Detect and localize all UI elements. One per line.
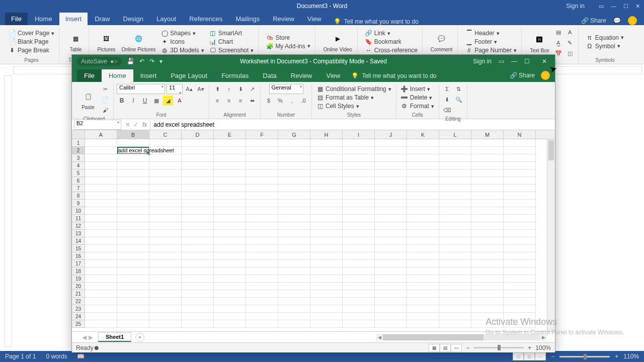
tab-file[interactable]: File — [5, 13, 28, 25]
macro-record-icon[interactable]: ⏺ — [94, 344, 100, 351]
tab-home[interactable]: Home — [102, 69, 133, 82]
new-sheet-button[interactable]: + — [135, 333, 144, 342]
cell[interactable] — [504, 305, 536, 313]
tellme-search[interactable]: 💡Tell me what you want to do — [351, 72, 436, 82]
cell[interactable] — [182, 313, 214, 320]
cell[interactable] — [407, 275, 439, 283]
cell[interactable] — [246, 290, 278, 298]
row-header-14[interactable]: 14 — [72, 237, 85, 245]
cell[interactable] — [375, 290, 407, 298]
cell[interactable] — [343, 283, 375, 290]
cell[interactable] — [278, 298, 310, 305]
cell[interactable] — [278, 207, 310, 215]
cell[interactable] — [182, 192, 214, 200]
border-button[interactable]: ▦ — [151, 96, 162, 106]
row-header-8[interactable]: 8 — [72, 192, 85, 200]
cell[interactable] — [278, 215, 310, 222]
delete-cells-button[interactable]: ➖Delete ▾ — [399, 94, 436, 102]
cell[interactable] — [439, 177, 471, 185]
cell[interactable] — [375, 207, 407, 215]
cell[interactable] — [375, 252, 407, 260]
qat-customize-icon[interactable]: ▾ — [159, 58, 163, 65]
cell[interactable]: add excel spreadsheet — [117, 147, 149, 154]
cell[interactable] — [246, 320, 278, 328]
cell[interactable] — [407, 230, 439, 237]
object-icon[interactable]: ◫ — [565, 48, 575, 58]
cell[interactable] — [117, 275, 149, 283]
cell[interactable] — [214, 267, 246, 275]
cross-reference-button[interactable]: ↔Cross-reference — [364, 46, 419, 54]
tab-draw[interactable]: Draw — [89, 13, 116, 25]
enter-icon[interactable]: ✓ — [133, 121, 138, 128]
cell[interactable] — [214, 290, 246, 298]
cell[interactable] — [214, 275, 246, 283]
cell[interactable] — [246, 139, 278, 147]
word-count[interactable]: 0 words — [46, 353, 67, 360]
cell[interactable] — [214, 245, 246, 252]
cell[interactable] — [182, 283, 214, 290]
cell[interactable] — [182, 154, 214, 162]
feedback-icon[interactable]: ☺ — [628, 16, 637, 25]
zoom-in-icon[interactable]: + — [615, 353, 618, 360]
cell[interactable] — [278, 267, 310, 275]
tab-design[interactable]: Design — [117, 13, 149, 25]
cell[interactable] — [407, 222, 439, 230]
spreadsheet-grid[interactable]: ABCDEFGHIJKLMN 12add excel spreadsheet34… — [72, 130, 555, 331]
cell[interactable] — [182, 275, 214, 283]
cell[interactable] — [182, 215, 214, 222]
zoom-slider[interactable] — [473, 347, 524, 348]
cell[interactable] — [504, 245, 536, 252]
cell[interactable] — [439, 320, 471, 328]
cell[interactable] — [310, 192, 343, 200]
row-header-4[interactable]: 4 — [72, 162, 85, 169]
cell[interactable] — [343, 169, 375, 177]
cell[interactable] — [278, 185, 310, 192]
word-signin[interactable]: Sign in — [566, 3, 585, 10]
comma-icon[interactable]: , — [287, 96, 297, 106]
cell[interactable] — [407, 154, 439, 162]
cell[interactable] — [182, 260, 214, 267]
column-header-D[interactable]: D — [182, 130, 214, 139]
cell[interactable] — [375, 283, 407, 290]
cell[interactable] — [85, 139, 117, 147]
cell[interactable] — [407, 215, 439, 222]
fx-icon[interactable]: fx — [142, 121, 150, 128]
excel-view-buttons[interactable]: ▦▤▭ — [429, 344, 462, 352]
row-header-12[interactable]: 12 — [72, 222, 85, 230]
share-button[interactable]: 🔗 Share — [581, 17, 606, 24]
cell[interactable] — [375, 267, 407, 275]
zoom-in-icon[interactable]: + — [528, 344, 531, 351]
cell[interactable] — [182, 185, 214, 192]
cell[interactable] — [407, 169, 439, 177]
cell[interactable] — [471, 139, 504, 147]
cell[interactable] — [504, 162, 536, 169]
row-header-17[interactable]: 17 — [72, 260, 85, 267]
cell[interactable] — [504, 260, 536, 267]
cell[interactable] — [182, 222, 214, 230]
cell[interactable] — [471, 207, 504, 215]
cell[interactable] — [471, 230, 504, 237]
cover-page-button[interactable]: 📄Cover Page ▾ — [7, 29, 56, 37]
column-header-J[interactable]: J — [375, 130, 407, 139]
cell[interactable] — [117, 207, 149, 215]
symbol-button[interactable]: ΩSymbol ▾ — [585, 42, 625, 50]
screenshot-button[interactable]: 🖵Screenshot ▾ — [208, 46, 256, 54]
cell[interactable] — [407, 177, 439, 185]
align-right-icon[interactable]: ≡ — [235, 96, 246, 106]
row-header-24[interactable]: 24 — [72, 313, 85, 320]
horizontal-scrollbar[interactable]: ◀▶ — [376, 334, 547, 341]
cell[interactable] — [310, 162, 343, 169]
cell[interactable] — [278, 320, 310, 328]
column-header-E[interactable]: E — [214, 130, 246, 139]
share-button[interactable]: 🔗 Share — [510, 72, 535, 79]
cell[interactable] — [149, 200, 182, 207]
cell[interactable] — [343, 185, 375, 192]
cell[interactable] — [310, 147, 343, 154]
cell[interactable] — [149, 230, 182, 237]
tab-home[interactable]: Home — [29, 13, 58, 25]
cell[interactable] — [85, 320, 117, 328]
cell[interactable] — [214, 147, 246, 154]
cell[interactable] — [278, 200, 310, 207]
cell[interactable] — [504, 313, 536, 320]
cell[interactable] — [471, 222, 504, 230]
